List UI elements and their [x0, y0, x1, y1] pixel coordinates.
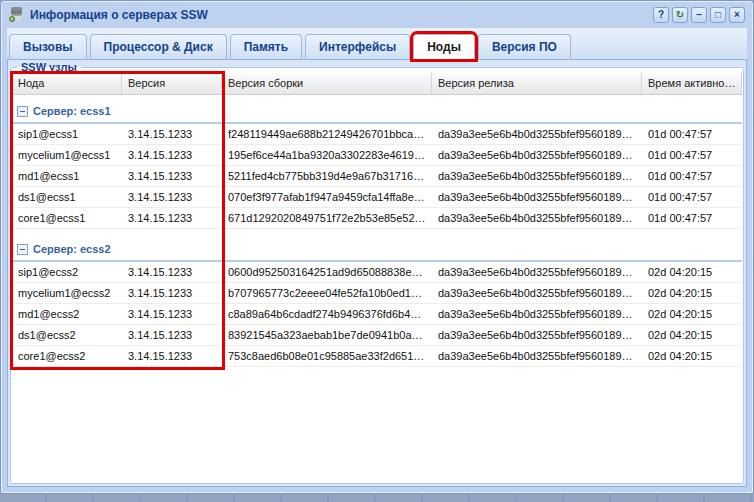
collapse-group-icon[interactable]	[17, 244, 28, 255]
cell: c8a89a64b6cdadf274b9496376fd6b4…	[222, 304, 432, 324]
cell: 3.14.15.1233	[122, 346, 222, 366]
cell: 83921545a323aebab1be7de0941b0a…	[222, 325, 432, 345]
cell: da39a3ee5e6b4b0d3255bfef9560189…	[432, 283, 642, 303]
cell: da39a3ee5e6b4b0d3255bfef9560189…	[432, 145, 642, 165]
group-label: Сервер: ecss2	[33, 243, 111, 255]
cell: da39a3ee5e6b4b0d3255bfef9560189…	[432, 325, 642, 345]
grid-body: Сервер: ecss1sip1@ecss13.14.15.1233f2481…	[12, 100, 742, 367]
cell: da39a3ee5e6b4b0d3255bfef9560189…	[432, 208, 642, 228]
table-row[interactable]: core1@ecss23.14.15.1233753c8aed6b08e01c9…	[12, 346, 742, 367]
cell: mycelium1@ecss2	[12, 283, 122, 303]
cell: 3.14.15.1233	[122, 325, 222, 345]
column-header-4[interactable]: Версия релиза	[432, 73, 642, 94]
cell: sip1@ecss2	[12, 262, 122, 282]
tab-3[interactable]: Память	[230, 34, 302, 59]
table-row[interactable]: ds1@ecss13.14.15.1233070ef3f977afab1f947…	[12, 187, 742, 208]
tab-6[interactable]: Версия ПО	[478, 34, 571, 59]
group-header-1[interactable]: Сервер: ecss1	[12, 100, 742, 124]
cell: 753c8aed6b08e01c95885ae33f2d651…	[222, 346, 432, 366]
cell: core1@ecss2	[12, 346, 122, 366]
cell: da39a3ee5e6b4b0d3255bfef9560189…	[432, 262, 642, 282]
collapse-group-icon[interactable]	[17, 106, 28, 117]
cell: 3.14.15.1233	[122, 124, 222, 144]
column-header-3[interactable]: Версия сборки	[222, 73, 432, 94]
cell: 02d 04:20:15	[642, 346, 742, 366]
cell: 01d 00:47:57	[642, 145, 742, 165]
cell: md1@ecss2	[12, 304, 122, 324]
help-button[interactable]: ?	[653, 7, 669, 23]
table-row[interactable]: mycelium1@ecss13.14.15.1233195ef6ce44a1b…	[12, 145, 742, 166]
tab-2[interactable]: Процессор & Диск	[90, 34, 227, 59]
cell: ds1@ecss1	[12, 187, 122, 207]
cell: 3.14.15.1233	[122, 145, 222, 165]
cell: 3.14.15.1233	[122, 187, 222, 207]
cell: f248119449ae688b21249426701bbca…	[222, 124, 432, 144]
column-header-1[interactable]: Нода	[12, 73, 122, 94]
cell: b707965773c2eeee04fe52fa10b0ed1…	[222, 283, 432, 303]
cell: 3.14.15.1233	[122, 262, 222, 282]
table-row[interactable]: core1@ecss13.14.15.1233671d1292020849751…	[12, 208, 742, 229]
cell: da39a3ee5e6b4b0d3255bfef9560189…	[432, 124, 642, 144]
nodes-grid: НодаВерсияВерсия сборкиВерсия релизаВрем…	[12, 73, 742, 367]
group-label: Сервер: ecss1	[33, 105, 111, 117]
column-header-2[interactable]: Версия	[122, 73, 222, 94]
cell: 0600d952503164251ad9d65088838e…	[222, 262, 432, 282]
cell: 5211fed4cb775bb319d4e9a67b31716…	[222, 166, 432, 186]
cell: da39a3ee5e6b4b0d3255bfef9560189…	[432, 187, 642, 207]
cell: 01d 00:47:57	[642, 187, 742, 207]
cell: 01d 00:47:57	[642, 124, 742, 144]
window-title: Информация о серверах SSW	[30, 8, 647, 22]
cell: 671d1292020849751f72e2b53e85e52…	[222, 208, 432, 228]
cell: 02d 04:20:15	[642, 325, 742, 345]
fieldset-legend: SSW узлы	[17, 61, 81, 73]
table-row[interactable]: sip1@ecss23.14.15.12330600d952503164251a…	[12, 262, 742, 283]
desktop-background: Информация о серверах SSW ?↻–□× ВызовыПр…	[0, 0, 754, 502]
server-icon-led	[9, 16, 15, 22]
tab-panel-body: SSW узлы НодаВерсияВерсия сборкиВерсия р…	[7, 59, 747, 487]
server-icon	[9, 7, 24, 22]
cell: 195ef6ce44a1ba9320a3302283e4619…	[222, 145, 432, 165]
table-row[interactable]: md1@ecss23.14.15.1233c8a89a64b6cdadf274b…	[12, 304, 742, 325]
ssw-nodes-fieldset: SSW узлы НодаВерсияВерсия сборкиВерсия р…	[10, 61, 744, 484]
grid-header: НодаВерсияВерсия сборкиВерсия релизаВрем…	[12, 73, 742, 95]
cell: 01d 00:47:57	[642, 208, 742, 228]
window-controls: ?↻–□×	[653, 7, 745, 23]
tab-4[interactable]: Интерфейсы	[305, 34, 410, 59]
cell: mycelium1@ecss1	[12, 145, 122, 165]
group-header-2[interactable]: Сервер: ecss2	[12, 238, 742, 262]
cell: 02d 04:20:15	[642, 304, 742, 324]
tab-1[interactable]: Вызовы	[9, 34, 87, 59]
refresh-button[interactable]: ↻	[672, 7, 688, 23]
tab-5-active[interactable]: Ноды	[413, 34, 475, 59]
cell: 070ef3f977afab1f947a9459cfa14ffa8e…	[222, 187, 432, 207]
cell: 02d 04:20:15	[642, 262, 742, 282]
ssw-info-window: Информация о серверах SSW ?↻–□× ВызовыПр…	[0, 0, 754, 494]
table-row[interactable]: sip1@ecss13.14.15.1233f248119449ae688b21…	[12, 124, 742, 145]
cell: md1@ecss1	[12, 166, 122, 186]
cell: core1@ecss1	[12, 208, 122, 228]
cell: 01d 00:47:57	[642, 166, 742, 186]
cell: 02d 04:20:15	[642, 283, 742, 303]
table-row[interactable]: mycelium1@ecss23.14.15.1233b707965773c2e…	[12, 283, 742, 304]
close-button[interactable]: ×	[729, 7, 745, 23]
cell: 3.14.15.1233	[122, 208, 222, 228]
cell: da39a3ee5e6b4b0d3255bfef9560189…	[432, 166, 642, 186]
maximize-button[interactable]: □	[710, 7, 726, 23]
table-row[interactable]: ds1@ecss23.14.15.123383921545a323aebab1b…	[12, 325, 742, 346]
cell: sip1@ecss1	[12, 124, 122, 144]
cell: 3.14.15.1233	[122, 166, 222, 186]
cell: da39a3ee5e6b4b0d3255bfef9560189…	[432, 346, 642, 366]
table-row[interactable]: md1@ecss13.14.15.12335211fed4cb775bb319d…	[12, 166, 742, 187]
cell: 3.14.15.1233	[122, 283, 222, 303]
title-bar[interactable]: Информация о серверах SSW ?↻–□×	[7, 1, 747, 28]
tab-bar: ВызовыПроцессор & ДискПамятьИнтерфейсыНо…	[7, 28, 747, 59]
cell: 3.14.15.1233	[122, 304, 222, 324]
cell: ds1@ecss2	[12, 325, 122, 345]
minimize-button[interactable]: –	[691, 7, 707, 23]
cell: da39a3ee5e6b4b0d3255bfef9560189…	[432, 304, 642, 324]
column-header-5[interactable]: Время активно…	[642, 73, 742, 94]
